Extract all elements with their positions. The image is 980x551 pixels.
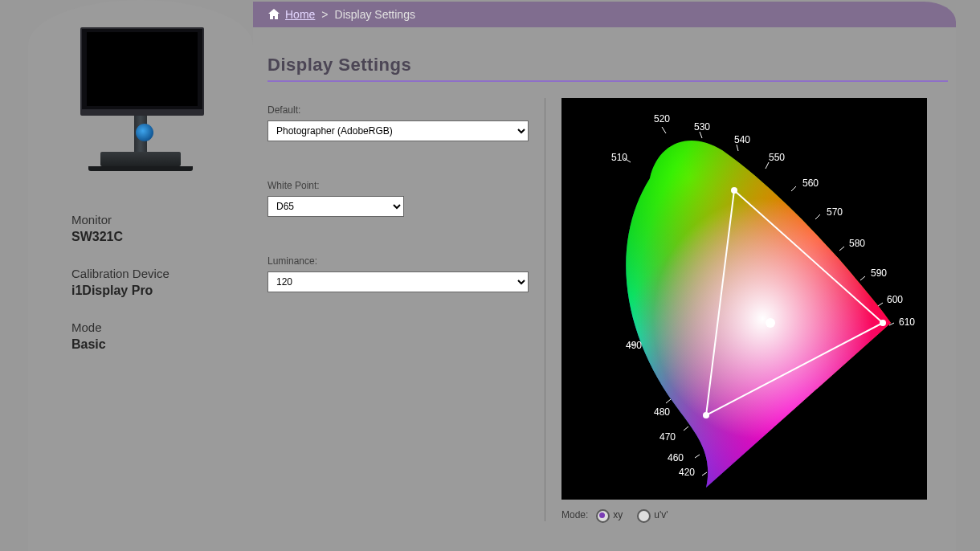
svg-line-13: [662, 127, 666, 133]
luminance-select[interactable]: 120: [267, 271, 529, 292]
monitor-foot: [88, 166, 193, 171]
svg-text:520: 520: [654, 113, 670, 124]
svg-line-25: [666, 399, 671, 403]
content-row: Default: Photographer (AdobeRGB) White P…: [267, 98, 948, 521]
svg-line-15: [737, 145, 738, 151]
svg-text:550: 550: [769, 152, 785, 163]
monitor-base: [100, 152, 181, 166]
calibration-device-label: Calibration Device: [71, 267, 229, 280]
default-group: Default: Photographer (AdobeRGB): [267, 104, 529, 141]
main-panel: Display Settings Default: Photographer (…: [253, 27, 956, 551]
luminance-label: Luminance:: [267, 255, 529, 267]
svg-line-17: [791, 186, 796, 191]
settings-form: Default: Photographer (AdobeRGB) White P…: [267, 98, 545, 521]
mode-value: Basic: [71, 337, 229, 352]
monitor-screen: [87, 32, 198, 106]
breadcrumb-home-link[interactable]: Home: [285, 8, 315, 21]
svg-text:580: 580: [849, 238, 865, 249]
svg-text:600: 600: [887, 294, 903, 305]
chart-mode-label: Mode:: [561, 509, 588, 520]
radio-uv[interactable]: [637, 509, 651, 523]
svg-point-9: [880, 320, 886, 326]
calibration-device-value: i1Display Pro: [71, 284, 229, 298]
default-select[interactable]: Photographer (AdobeRGB): [267, 120, 529, 141]
svg-text:420: 420: [679, 467, 695, 478]
luminance-group: Luminance: 120: [267, 255, 529, 292]
chart-mode-row: Mode: xy u'v': [561, 508, 948, 521]
breadcrumb-current: Display Settings: [335, 8, 415, 21]
page-title: Display Settings: [267, 55, 956, 76]
svg-text:480: 480: [654, 406, 670, 418]
title-divider: [267, 80, 948, 82]
breadcrumb-separator: >: [321, 8, 328, 21]
svg-line-18: [815, 214, 820, 219]
monitor-screen-frame: [80, 27, 204, 116]
svg-line-27: [695, 455, 700, 458]
svg-line-16: [766, 162, 769, 169]
svg-text:490: 490: [626, 340, 642, 351]
default-label: Default:: [267, 104, 529, 116]
home-icon: [267, 8, 280, 21]
svg-line-28: [702, 472, 707, 475]
svg-text:570: 570: [827, 206, 843, 218]
svg-text:560: 560: [802, 178, 819, 189]
radio-xy-label: xy: [613, 509, 623, 520]
svg-text:470: 470: [659, 431, 676, 443]
monitor-value: SW321C: [71, 230, 229, 244]
svg-point-12: [766, 318, 775, 328]
svg-text:510: 510: [611, 152, 627, 163]
svg-line-26: [684, 427, 688, 431]
svg-text:590: 590: [871, 267, 887, 279]
sidebar: Monitor SW321C Calibration Device i1Disp…: [28, 0, 253, 551]
svg-point-10: [731, 187, 737, 194]
svg-text:460: 460: [668, 452, 684, 463]
cie-chromaticity-chart: 520 530 540 550 560 570 580 590 600 610 …: [561, 98, 927, 500]
sidebar-info: Monitor SW321C Calibration Device i1Disp…: [71, 213, 229, 352]
svg-line-20: [860, 276, 865, 280]
breadcrumb: Home > Display Settings: [253, 2, 956, 27]
svg-point-11: [703, 412, 709, 418]
monitor-image: [80, 27, 201, 171]
whitepoint-group: White Point: D65: [267, 180, 529, 217]
whitepoint-select[interactable]: D65: [267, 196, 404, 217]
monitor-neck: [134, 116, 147, 152]
svg-line-14: [700, 132, 702, 138]
svg-line-19: [839, 247, 844, 251]
monitor-label: Monitor: [71, 213, 229, 227]
svg-text:610: 610: [899, 316, 915, 328]
radio-xy[interactable]: [596, 509, 610, 523]
chart-column: 520 530 540 550 560 570 580 590 600 610 …: [545, 98, 948, 521]
radio-uv-label: u'v': [654, 509, 668, 520]
whitepoint-label: White Point:: [267, 180, 529, 191]
monitor-pivot-knob: [136, 124, 153, 141]
svg-line-21: [878, 303, 883, 306]
svg-text:540: 540: [734, 134, 750, 145]
mode-label: Mode: [71, 320, 229, 334]
svg-text:530: 530: [694, 121, 710, 133]
